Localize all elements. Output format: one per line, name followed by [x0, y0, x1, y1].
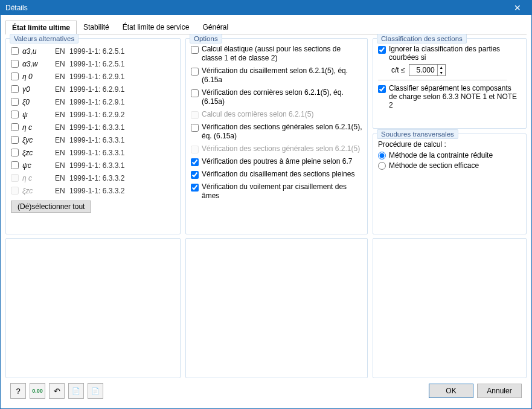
group-classification: Classification des sections Ignorer la c… [373, 38, 527, 129]
valeur-row: η cEN1999-1-1: 6.3.3.1 [11, 121, 175, 134]
valeur-checkbox [11, 174, 19, 182]
valeur-reference: 1999-1-1: 6.3.3.2 [69, 174, 124, 182]
option-checkbox[interactable] [191, 171, 199, 179]
spin-up-icon[interactable]: ▲ [438, 65, 445, 70]
option-row: Vérification des poutres à âme pleine se… [191, 157, 362, 166]
checkbox-classifier-separement[interactable] [378, 85, 386, 93]
ct-spinbox[interactable]: ▲ ▼ [409, 64, 446, 76]
option-row: Vérification des sections générales selo… [191, 123, 362, 141]
spin-down-icon[interactable]: ▼ [438, 70, 445, 76]
tab-etat-limite-ultime[interactable]: État limite ultime [5, 21, 77, 34]
valeur-symbol: η c [22, 174, 55, 182]
option-label: Vérification des sections générales selo… [202, 144, 360, 153]
toggle-all-button[interactable]: (Dé)sélectionner tout [11, 201, 91, 213]
valeur-row: α3,wEN1999-1-1: 6.2.5.1 [11, 57, 175, 70]
ct-value-input[interactable] [409, 65, 437, 76]
radio-label: Méthode de la contrainte réduite [389, 151, 493, 159]
valeur-reference: 1999-1-1: 6.3.3.1 [69, 123, 124, 132]
valeur-standard: EN [55, 136, 69, 144]
group-legend: Options [190, 34, 222, 43]
valeur-row: ψcEN1999-1-1: 6.3.3.1 [11, 159, 175, 172]
valeur-reference: 1999-1-1: 6.3.3.1 [69, 149, 124, 157]
tab-etat-limite-service[interactable]: État limite de service [116, 20, 196, 34]
option-row: Vérification du cisaillement selon 6.2.1… [191, 66, 362, 85]
valeur-checkbox[interactable] [11, 149, 19, 156]
valeur-reference: 1999-1-1: 6.3.3.1 [69, 161, 124, 170]
tab-stabilite[interactable]: Stabilité [77, 20, 116, 34]
separator [378, 80, 507, 80]
valeur-standard: EN [55, 187, 69, 195]
valeur-symbol: ξzc [22, 187, 55, 195]
valeur-standard: EN [55, 149, 69, 157]
option-row: Calcul élastique (aussi pour les section… [191, 45, 362, 63]
option-checkbox[interactable] [191, 124, 199, 132]
valeur-symbol: ξ0 [22, 98, 55, 106]
window-title: Détails [5, 4, 508, 12]
blank-panel [373, 238, 527, 378]
reset-icon[interactable]: ↶ [49, 383, 65, 399]
units-icon[interactable]: 0.00 [30, 383, 45, 399]
cancel-button[interactable]: Annuler [477, 384, 522, 398]
procedure-label: Procédure de calcul : [378, 140, 521, 149]
profile-load-icon[interactable]: 📄 [88, 383, 103, 399]
group-legend: Valeurs alternatives [10, 34, 79, 43]
valeur-checkbox [11, 187, 19, 195]
ct-label: c/t ≤ [391, 66, 405, 74]
valeur-reference: 1999-1-1: 6.2.5.1 [69, 60, 124, 68]
valeur-standard: EN [55, 72, 69, 81]
valeur-checkbox[interactable] [11, 85, 19, 93]
valeur-symbol: ψc [22, 161, 55, 170]
valeur-standard: EN [55, 174, 69, 182]
valeur-reference: 1999-1-1: 6.2.5.1 [69, 47, 124, 56]
profile-save-icon[interactable]: 📄 [68, 383, 84, 399]
valeur-checkbox[interactable] [11, 72, 19, 80]
group-legend: Soudures transversales [377, 129, 458, 139]
valeur-symbol: α3,u [22, 47, 55, 56]
tab-general[interactable]: Général [196, 20, 235, 34]
group-options: Options Calcul élastique (aussi pour les… [185, 38, 368, 234]
option-label: Calcul des cornières selon 6.2.1(5) [202, 110, 313, 119]
radio-label: Méthode de section efficace [389, 161, 479, 170]
group-valeurs-alternatives: Valeurs alternatives α3,uEN1999-1-1: 6.2… [5, 38, 181, 234]
option-label: Vérification du cisaillement selon 6.2.1… [202, 66, 362, 85]
valeur-checkbox[interactable] [11, 111, 19, 118]
option-checkbox[interactable] [191, 184, 199, 192]
close-icon[interactable]: ✕ [508, 3, 527, 13]
option-row: Calcul des cornières selon 6.2.1(5) [191, 110, 362, 119]
valeur-checkbox[interactable] [11, 60, 19, 68]
checkbox-ignore-curved[interactable] [378, 46, 386, 54]
valeur-symbol: γ0 [22, 85, 55, 94]
valeur-row: ξzcEN1999-1-1: 6.3.3.1 [11, 146, 175, 159]
valeur-checkbox[interactable] [11, 98, 19, 106]
option-checkbox[interactable] [191, 68, 199, 76]
valeur-reference: 1999-1-1: 6.3.3.2 [69, 187, 124, 195]
valeur-checkbox[interactable] [11, 47, 19, 55]
valeur-symbol: ξzc [22, 149, 55, 157]
option-label: Vérification des cornières selon 6.2.1(5… [202, 88, 362, 106]
valeur-symbol: α3,w [22, 60, 55, 68]
option-checkbox[interactable] [191, 46, 199, 54]
option-checkbox[interactable] [191, 158, 199, 166]
label-ignore-curved: Ignorer la classification des parties co… [389, 45, 521, 62]
ok-button[interactable]: OK [429, 384, 473, 398]
valeur-reference: 1999-1-1: 6.2.9.2 [69, 111, 124, 119]
valeur-row: η cEN1999-1-1: 6.3.3.2 [11, 172, 175, 184]
radio-contrainte-reduite[interactable] [378, 152, 386, 159]
valeur-checkbox[interactable] [11, 136, 19, 144]
tab-content: Valeurs alternatives α3,uEN1999-1-1: 6.2… [5, 34, 527, 378]
option-checkbox[interactable] [191, 89, 199, 97]
valeur-row: ξ0EN1999-1-1: 6.2.9.1 [11, 95, 175, 108]
radio-section-efficace[interactable] [378, 162, 386, 170]
help-icon[interactable]: ? [10, 383, 26, 399]
valeur-symbol: ξyc [22, 136, 55, 144]
option-label: Calcul élastique (aussi pour les section… [202, 45, 362, 63]
valeur-symbol: η 0 [22, 72, 55, 81]
client-area: État limite ultime Stabilité État limite… [1, 15, 531, 408]
valeur-standard: EN [55, 123, 69, 132]
label-classifier-separement: Classifier séparément les composants de … [389, 84, 521, 109]
option-row: Vérification du cisaillement des section… [191, 170, 362, 179]
valeur-checkbox[interactable] [11, 123, 19, 131]
valeur-checkbox[interactable] [11, 161, 19, 169]
group-legend: Classification des sections [377, 34, 467, 43]
option-label: Vérification du voilement par cisailleme… [202, 182, 362, 201]
